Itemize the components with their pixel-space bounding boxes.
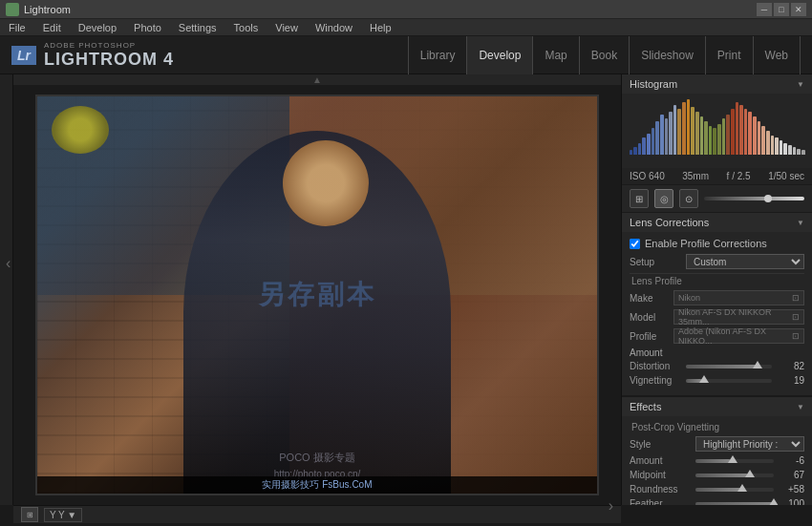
profile-row: Profile Adobe (Nikon AF-S DX NIKKO... ⊡ (630, 328, 804, 344)
menu-item-tools[interactable]: Tools (231, 22, 262, 33)
histogram-bar (642, 137, 646, 155)
menu-item-photo[interactable]: Photo (131, 22, 164, 33)
module-nav: LibraryDevelopMapBookSlideshowPrintWeb (408, 36, 801, 74)
make-value-display[interactable]: Nikon ⊡ (673, 290, 804, 305)
histogram-bars (628, 97, 807, 155)
profile-value-display[interactable]: Adobe (Nikon AF-S DX NIKKO... ⊡ (673, 328, 804, 344)
style-dropdown[interactable]: Highlight Priority : (695, 436, 804, 452)
crop-tool[interactable]: ⊞ (630, 189, 649, 208)
profile-label: Profile (630, 331, 670, 342)
histogram-bar (771, 136, 775, 155)
amount-thumb[interactable] (728, 455, 737, 463)
histogram-title: Histogram (630, 78, 677, 90)
distortion-thumb[interactable] (753, 361, 762, 368)
nav-module-library[interactable]: Library (408, 36, 468, 74)
model-value-display[interactable]: Nikon AF-S DX NIKKOR 35mm... ⊡ (673, 309, 804, 325)
histogram-header[interactable]: Histogram ▼ (622, 74, 812, 94)
iso-value: ISO 640 (630, 171, 665, 181)
menu-item-edit[interactable]: Edit (40, 22, 64, 33)
histogram-bar (739, 105, 743, 155)
effects-arrow-icon: ▼ (797, 403, 804, 411)
tool-slider[interactable] (704, 197, 804, 200)
menu-item-file[interactable]: File (6, 22, 29, 33)
histogram-bar (687, 99, 691, 155)
effects-header[interactable]: Effects ▼ (622, 397, 812, 416)
vignetting-slider[interactable] (686, 379, 772, 383)
roundness-thumb[interactable] (737, 484, 747, 492)
feather-value: 100 (778, 498, 804, 505)
bottom-toolbar: ⊞ Y Y ▼ › (13, 505, 621, 523)
zoom-display[interactable]: Y Y ▼ (44, 508, 82, 522)
nav-module-map[interactable]: Map (533, 36, 579, 74)
roundness-slider[interactable] (695, 488, 774, 492)
main-area: ‹ ▲ 另存副本 (0, 74, 812, 505)
banner-text: 实用摄影技巧 FsBus.CoM (37, 476, 597, 494)
nav-module-book[interactable]: Book (580, 36, 630, 74)
histogram-bar (652, 128, 655, 155)
menu-item-help[interactable]: Help (367, 22, 395, 33)
left-scroll-indicator: ‹ (6, 255, 11, 272)
histogram-bar (766, 131, 770, 155)
setup-dropdown[interactable]: Custom (686, 254, 804, 269)
camera-info: ISO 640 35mm f / 2.5 1/50 sec (622, 168, 812, 184)
right-panel-toggle[interactable]: › (609, 497, 613, 515)
up-arrow-icon: ▲ (312, 74, 322, 85)
midpoint-slider[interactable] (695, 473, 774, 477)
post-crop-label: Post-Crop Vignetting (630, 422, 804, 432)
histogram-bar (731, 109, 735, 155)
distortion-row: Distortion 82 (630, 361, 804, 371)
amount-slider[interactable] (695, 459, 774, 463)
histogram-bar (717, 124, 721, 155)
menu-item-view[interactable]: View (272, 22, 301, 33)
left-panel: ‹ (0, 74, 13, 505)
histogram-bar (797, 149, 801, 155)
feather-slider[interactable] (695, 502, 774, 506)
nav-module-slideshow[interactable]: Slideshow (630, 36, 706, 74)
histogram-bar (660, 115, 664, 155)
menu-item-window[interactable]: Window (312, 22, 355, 33)
shutter-value: 1/50 sec (768, 171, 804, 181)
amount-row: Amount -6 (630, 455, 804, 466)
menu-item-settings[interactable]: Settings (176, 22, 220, 33)
photo-container[interactable]: 另存副本 POCO 摄影专题 http://photo.poco.cn/ 实用摄… (13, 85, 621, 505)
view-mode-button[interactable]: ⊞ (21, 507, 38, 522)
enable-profile-row: Enable Profile Corrections (630, 238, 804, 249)
histogram-bar (633, 147, 637, 155)
minimize-button[interactable]: ─ (757, 3, 772, 16)
distortion-slider[interactable] (686, 365, 772, 368)
setup-label: Setup (630, 257, 682, 267)
red-eye-tool[interactable]: ⊙ (679, 189, 698, 208)
histogram-bar (630, 150, 633, 155)
vignetting-thumb[interactable] (699, 375, 709, 383)
histogram-bar (736, 102, 739, 155)
histogram-bar (677, 109, 681, 155)
amount-label: Amount (630, 455, 692, 466)
healing-tool[interactable]: ◎ (654, 189, 673, 208)
midpoint-thumb[interactable] (745, 470, 755, 477)
tool-slider-thumb[interactable] (764, 195, 772, 202)
histogram-bar (673, 105, 677, 155)
midpoint-row: Midpoint 67 (630, 470, 804, 480)
histogram-bar (704, 121, 708, 155)
setup-row: Setup Custom (630, 254, 804, 269)
lens-corrections-arrow-icon: ▼ (797, 219, 804, 227)
close-button[interactable]: ✕ (791, 3, 806, 16)
distortion-label: Distortion (630, 361, 682, 371)
histogram-bar (744, 109, 748, 155)
nav-module-print[interactable]: Print (706, 36, 754, 74)
maximize-button[interactable]: □ (774, 3, 789, 16)
histogram-section: Histogram ▼ ISO 640 35mm f / 2.5 1/50 se… (622, 74, 812, 185)
amount-value: -6 (778, 455, 804, 466)
lens-corrections-header[interactable]: Lens Corrections ▼ (622, 213, 812, 232)
lens-profile-label: Lens Profile (630, 276, 804, 286)
menu-item-develop[interactable]: Develop (75, 22, 119, 33)
enable-profile-checkbox[interactable] (630, 239, 640, 249)
nav-module-develop[interactable]: Develop (467, 36, 533, 74)
feather-thumb[interactable] (769, 498, 779, 506)
nav-module-web[interactable]: Web (754, 36, 801, 74)
histogram-bar (726, 115, 730, 155)
roundness-row: Roundness +58 (630, 484, 804, 494)
midpoint-value: 67 (778, 470, 804, 480)
top-panel-toggle[interactable]: ▲ (13, 74, 621, 85)
effects-body: Post-Crop Vignetting Style Highlight Pri… (622, 416, 812, 505)
